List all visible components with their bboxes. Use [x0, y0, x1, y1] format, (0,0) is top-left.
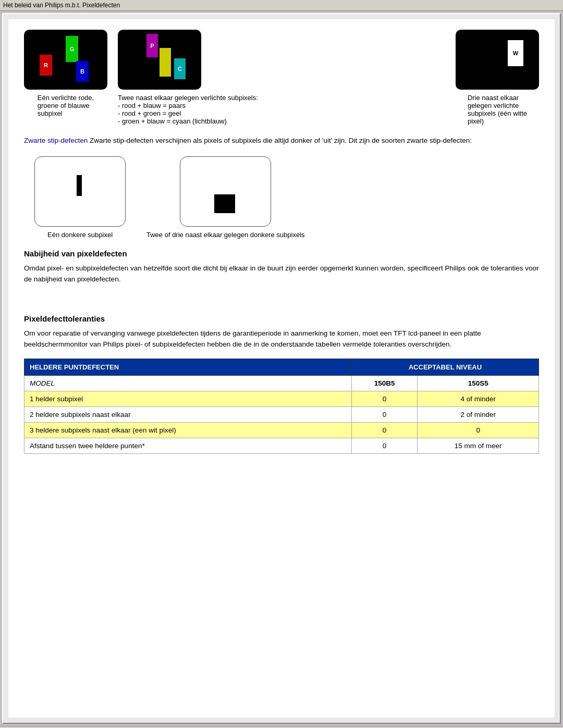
table-cell-b5: 0 [351, 438, 418, 453]
image-block-2: P C Twee naast elkaar gelegen verlichte … [118, 30, 445, 125]
table-col-150b5: 150B5 [351, 375, 418, 391]
status-bar: file:///D|/My%20documents/dfa/W5/dutch/1… [0, 726, 563, 728]
content-area: G R B Eén verlichte rode, groene of blau… [8, 19, 555, 718]
subpixel-red: R [40, 55, 52, 76]
dark-pixel-single [77, 175, 82, 196]
box3-caption: Drie naast elkaar gelegen verlichte subp… [468, 94, 527, 125]
table-row: 1 helder subpixel04 of minder [25, 391, 539, 406]
table-header-right: ACCEPTABEL NIVEAU [351, 359, 538, 375]
subpixel-white: W [508, 40, 523, 66]
tolerance-table: HELDERE PUNTDEFECTEN ACCEPTABEL NIVEAU M… [24, 359, 539, 454]
black-box-white: W [456, 30, 539, 90]
box1-caption: Eén verlichte rode, groene of blauwe sub… [38, 94, 94, 117]
nabijheid-heading: Nabijheid van pixeldefecten [24, 249, 539, 258]
dark-image-block-1: Eén donkere subpixel [34, 156, 126, 239]
table-row: Afstand tussen twee heldere punten*015 m… [25, 438, 539, 453]
main-window: G R B Eén verlichte rode, groene of blau… [2, 13, 561, 724]
title-bar: Het beleid van Philips m.b.t. Pixeldefec… [0, 0, 563, 11]
table-cell-s5: 2 of minder [418, 406, 539, 422]
table-cell-label: 3 heldere subpixels naast elkaar (een wi… [25, 422, 352, 438]
table-cell-s5: 0 [418, 422, 539, 438]
subpixel-cyan: C [174, 58, 186, 79]
table-cell-b5: 0 [351, 406, 418, 422]
title-text: Het beleid van Philips m.b.t. Pixeldefec… [3, 2, 120, 9]
table-header-left: HELDERE PUNTDEFECTEN [25, 359, 352, 375]
dark-caption-2: Twee of drie naast elkaar gelegen donker… [146, 231, 305, 239]
table-cell-s5: 15 mm of meer [418, 438, 539, 453]
dark-pixel-double [214, 194, 235, 213]
zwarte-section-text: Zwarte stip-defecten Zwarte stip-defecte… [24, 135, 539, 146]
table-row: 2 heldere subpixels naast elkaar02 of mi… [25, 406, 539, 422]
white-box-2 [180, 156, 271, 227]
nabijheid-body: Omdat pixel- en subpixeldefecten van het… [24, 263, 539, 285]
black-box-pcy: P C [118, 30, 201, 90]
subpixel-yellow [160, 48, 171, 77]
table-row: 3 heldere subpixels naast elkaar (een wi… [25, 422, 539, 438]
pixeldefect-body: Om voor reparatie of vervanging vanwege … [24, 328, 539, 350]
table-col-150s5: 150S5 [418, 375, 539, 391]
image-block-1: G R B Eén verlichte rode, groene of blau… [24, 30, 107, 117]
subpixel-blue: B [76, 61, 89, 82]
table-cell-b5: 0 [351, 422, 418, 438]
table-cell-s5: 4 of minder [418, 391, 539, 406]
pixeldefect-heading: Pixeldefecttoleranties [24, 314, 539, 323]
black-box-rgb: G R B [24, 30, 107, 90]
subpixel-purple: P [146, 34, 158, 57]
dark-image-block-2: Twee of drie naast elkaar gelegen donker… [146, 156, 305, 239]
image-block-3: W Drie naast elkaar gelegen verlichte su… [456, 30, 539, 125]
table-model-label: MODEL [25, 375, 352, 391]
subpixel-green: G [66, 36, 78, 62]
dark-caption-1: Eén donkere subpixel [47, 231, 113, 239]
zwarte-link[interactable]: Zwarte stip-defecten [24, 137, 90, 144]
table-cell-label: 2 heldere subpixels naast elkaar [25, 406, 352, 422]
table-cell-label: 1 helder subpixel [25, 391, 352, 406]
table-cell-label: Afstand tussen twee heldere punten* [25, 438, 352, 453]
top-images-row: G R B Eén verlichte rode, groene of blau… [24, 30, 539, 125]
dark-images-row: Eén donkere subpixel Twee of drie naast … [34, 156, 539, 239]
box2-caption: Twee naast elkaar gelegen verlichte subp… [118, 94, 445, 125]
white-box-1 [34, 156, 126, 227]
table-cell-b5: 0 [351, 391, 418, 406]
